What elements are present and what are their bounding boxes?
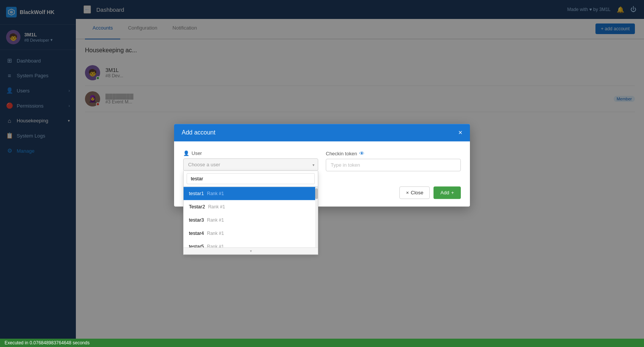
execution-time: Executed in 0.076848983764648 seconds bbox=[5, 340, 90, 345]
item-label: testar4 bbox=[189, 230, 204, 236]
add-button[interactable]: Add + bbox=[434, 186, 461, 199]
eye-icon: 👁 bbox=[359, 150, 364, 156]
close-button[interactable]: × Close bbox=[399, 186, 430, 199]
user-label: 👤 User bbox=[183, 150, 318, 156]
item-rank: Rank #1 bbox=[207, 217, 224, 223]
user-icon: 👤 bbox=[183, 150, 189, 156]
list-item[interactable]: testar1 Rank #1 bbox=[184, 187, 318, 200]
list-item[interactable]: testar5 Rank #1 bbox=[184, 240, 318, 247]
item-rank: Rank #1 bbox=[207, 231, 224, 236]
user-select[interactable]: Choose a user bbox=[183, 158, 318, 171]
scrollbar bbox=[315, 187, 318, 247]
close-icon: × bbox=[406, 190, 409, 195]
modal-title: Add account bbox=[182, 129, 215, 136]
item-rank: Rank #1 bbox=[208, 204, 225, 209]
item-label: testar3 bbox=[189, 217, 204, 223]
checkin-token-label: Checkin token 👁 bbox=[326, 150, 461, 156]
item-label: testar5 bbox=[189, 244, 204, 247]
checkin-token-field-group: Checkin token 👁 bbox=[326, 150, 461, 171]
item-label: testar1 bbox=[189, 191, 204, 196]
user-field-group: 👤 User Choose a user ▾ test bbox=[183, 150, 318, 171]
user-search-input[interactable] bbox=[187, 173, 315, 184]
scrollbar-thumb bbox=[315, 188, 318, 199]
statusbar: Executed in 0.076848983764648 seconds bbox=[0, 339, 644, 347]
list-item[interactable]: Testar2 Rank #1 bbox=[184, 200, 318, 213]
modal-header: Add account × bbox=[174, 124, 470, 141]
modal-close-button[interactable]: × bbox=[458, 129, 462, 136]
scroll-down-indicator: ▾ bbox=[184, 247, 318, 254]
dropdown-list: testar1 Rank #1 Testar2 Rank #1 testar3 … bbox=[184, 187, 318, 247]
add-account-modal: Add account × 👤 User Choose a user ▾ bbox=[174, 124, 470, 206]
checkin-token-input[interactable] bbox=[326, 159, 461, 171]
list-item[interactable]: testar3 Rank #1 bbox=[184, 213, 318, 227]
user-search-dropdown: testar1 Rank #1 Testar2 Rank #1 testar3 … bbox=[183, 171, 318, 255]
modal-body: 👤 User Choose a user ▾ test bbox=[174, 141, 470, 186]
item-rank: Rank #1 bbox=[207, 244, 224, 248]
list-item[interactable]: testar4 Rank #1 bbox=[184, 227, 318, 240]
plus-icon: + bbox=[451, 190, 454, 195]
item-rank: Rank #1 bbox=[207, 191, 224, 196]
item-label: Testar2 bbox=[189, 204, 205, 209]
